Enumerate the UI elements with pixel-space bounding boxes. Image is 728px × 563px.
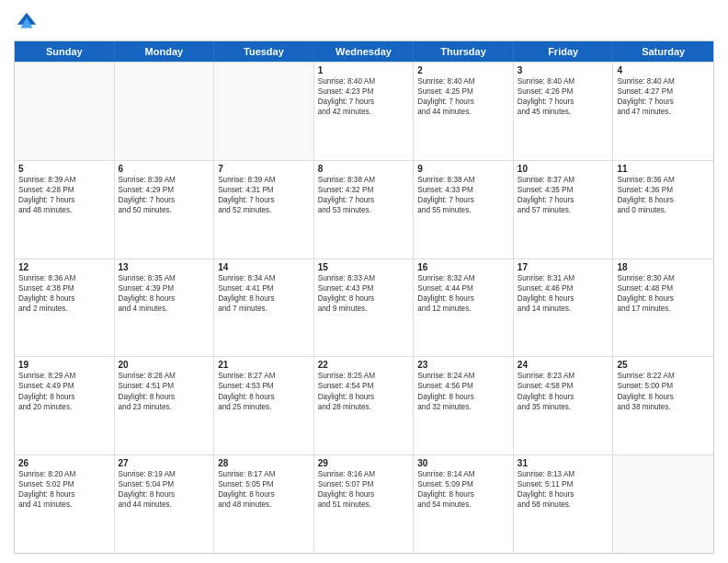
day-info: Sunrise: 8:20 AM Sunset: 5:02 PM Dayligh… [18, 469, 110, 510]
day-info: Sunrise: 8:28 AM Sunset: 4:51 PM Dayligh… [119, 371, 210, 411]
day-cell-3: 3Sunrise: 8:40 AM Sunset: 4:26 PM Daylig… [514, 63, 614, 160]
header [14, 9, 714, 35]
day-cell-5: 5Sunrise: 8:39 AM Sunset: 4:28 PM Daylig… [15, 161, 115, 259]
day-number: 30 [417, 458, 509, 468]
day-info: Sunrise: 8:14 AM Sunset: 5:09 PM Dayligh… [417, 469, 509, 510]
day-info: Sunrise: 8:39 AM Sunset: 4:29 PM Dayligh… [119, 175, 210, 215]
weekday-header-thursday: Thursday [414, 41, 514, 62]
calendar-header: SundayMondayTuesdayWednesdayThursdayFrid… [15, 41, 713, 62]
calendar-body: 1Sunrise: 8:40 AM Sunset: 4:23 PM Daylig… [15, 62, 713, 553]
day-number: 5 [18, 164, 110, 174]
day-number: 4 [617, 65, 710, 75]
day-cell-20: 20Sunrise: 8:28 AM Sunset: 4:51 PM Dayli… [115, 357, 215, 454]
day-number: 7 [218, 164, 310, 174]
day-info: Sunrise: 8:32 AM Sunset: 4:44 PM Dayligh… [417, 273, 509, 314]
day-number: 6 [119, 164, 210, 174]
calendar-row-4: 26Sunrise: 8:20 AM Sunset: 5:02 PM Dayli… [15, 454, 713, 553]
day-number: 9 [417, 164, 509, 174]
day-cell-10: 10Sunrise: 8:37 AM Sunset: 4:35 PM Dayli… [514, 161, 614, 259]
day-info: Sunrise: 8:38 AM Sunset: 4:33 PM Dayligh… [417, 175, 509, 215]
day-info: Sunrise: 8:23 AM Sunset: 4:58 PM Dayligh… [518, 371, 609, 411]
day-cell-13: 13Sunrise: 8:35 AM Sunset: 4:39 PM Dayli… [115, 259, 215, 357]
day-cell-17: 17Sunrise: 8:31 AM Sunset: 4:46 PM Dayli… [514, 259, 614, 357]
day-info: Sunrise: 8:13 AM Sunset: 5:11 PM Dayligh… [518, 469, 609, 510]
day-number: 20 [119, 360, 210, 370]
day-number: 25 [617, 360, 710, 370]
day-number: 31 [518, 458, 609, 468]
day-cell-18: 18Sunrise: 8:30 AM Sunset: 4:48 PM Dayli… [613, 259, 713, 357]
day-info: Sunrise: 8:40 AM Sunset: 4:23 PM Dayligh… [318, 76, 410, 117]
day-number: 13 [119, 262, 210, 272]
day-number: 28 [218, 458, 310, 468]
day-info: Sunrise: 8:38 AM Sunset: 4:32 PM Dayligh… [318, 175, 410, 215]
page: SundayMondayTuesdayWednesdayThursdayFrid… [0, 0, 728, 563]
logo [14, 9, 43, 35]
day-info: Sunrise: 8:25 AM Sunset: 4:54 PM Dayligh… [318, 371, 410, 411]
calendar-row-3: 19Sunrise: 8:29 AM Sunset: 4:49 PM Dayli… [15, 356, 713, 454]
day-number: 11 [617, 164, 710, 174]
day-cell-22: 22Sunrise: 8:25 AM Sunset: 4:54 PM Dayli… [314, 357, 415, 454]
day-cell-29: 29Sunrise: 8:16 AM Sunset: 5:07 PM Dayli… [314, 455, 415, 553]
day-number: 26 [18, 458, 110, 468]
day-cell-19: 19Sunrise: 8:29 AM Sunset: 4:49 PM Dayli… [15, 357, 115, 454]
day-info: Sunrise: 8:33 AM Sunset: 4:43 PM Dayligh… [318, 273, 410, 314]
day-info: Sunrise: 8:19 AM Sunset: 5:04 PM Dayligh… [119, 469, 210, 510]
day-number: 17 [518, 262, 609, 272]
day-cell-27: 27Sunrise: 8:19 AM Sunset: 5:04 PM Dayli… [115, 455, 215, 553]
day-cell-7: 7Sunrise: 8:39 AM Sunset: 4:31 PM Daylig… [214, 161, 314, 259]
day-cell-8: 8Sunrise: 8:38 AM Sunset: 4:32 PM Daylig… [314, 161, 415, 259]
day-number: 22 [318, 360, 410, 370]
day-info: Sunrise: 8:30 AM Sunset: 4:48 PM Dayligh… [617, 273, 710, 314]
day-number: 23 [417, 360, 509, 370]
day-cell-2: 2Sunrise: 8:40 AM Sunset: 4:25 PM Daylig… [414, 63, 514, 160]
calendar-row-1: 5Sunrise: 8:39 AM Sunset: 4:28 PM Daylig… [15, 160, 713, 259]
logo-icon [14, 9, 40, 35]
day-number: 19 [18, 360, 110, 370]
weekday-header-sunday: Sunday [15, 41, 115, 62]
day-number: 3 [518, 65, 609, 75]
day-cell-25: 25Sunrise: 8:22 AM Sunset: 5:00 PM Dayli… [613, 357, 713, 454]
day-cell-26: 26Sunrise: 8:20 AM Sunset: 5:02 PM Dayli… [15, 455, 115, 553]
calendar-row-0: 1Sunrise: 8:40 AM Sunset: 4:23 PM Daylig… [15, 62, 713, 160]
day-number: 15 [318, 262, 410, 272]
day-cell-6: 6Sunrise: 8:39 AM Sunset: 4:29 PM Daylig… [115, 161, 215, 259]
day-number: 18 [617, 262, 710, 272]
day-number: 12 [18, 262, 110, 272]
day-info: Sunrise: 8:16 AM Sunset: 5:07 PM Dayligh… [318, 469, 410, 510]
day-number: 2 [417, 65, 509, 75]
day-info: Sunrise: 8:39 AM Sunset: 4:28 PM Dayligh… [18, 175, 110, 215]
day-info: Sunrise: 8:34 AM Sunset: 4:41 PM Dayligh… [218, 273, 310, 314]
day-cell-15: 15Sunrise: 8:33 AM Sunset: 4:43 PM Dayli… [314, 259, 415, 357]
day-number: 16 [417, 262, 509, 272]
day-number: 27 [119, 458, 210, 468]
day-cell-14: 14Sunrise: 8:34 AM Sunset: 4:41 PM Dayli… [214, 259, 314, 357]
day-cell-9: 9Sunrise: 8:38 AM Sunset: 4:33 PM Daylig… [414, 161, 514, 259]
day-info: Sunrise: 8:40 AM Sunset: 4:25 PM Dayligh… [417, 76, 509, 117]
day-cell-11: 11Sunrise: 8:36 AM Sunset: 4:36 PM Dayli… [613, 161, 713, 259]
day-number: 24 [518, 360, 609, 370]
day-info: Sunrise: 8:39 AM Sunset: 4:31 PM Dayligh… [218, 175, 310, 215]
day-info: Sunrise: 8:36 AM Sunset: 4:38 PM Dayligh… [18, 273, 110, 314]
day-cell-31: 31Sunrise: 8:13 AM Sunset: 5:11 PM Dayli… [514, 455, 614, 553]
weekday-header-monday: Monday [115, 41, 215, 62]
day-cell-12: 12Sunrise: 8:36 AM Sunset: 4:38 PM Dayli… [15, 259, 115, 357]
day-info: Sunrise: 8:36 AM Sunset: 4:36 PM Dayligh… [617, 175, 710, 215]
day-info: Sunrise: 8:24 AM Sunset: 4:56 PM Dayligh… [417, 371, 509, 411]
day-number: 10 [518, 164, 609, 174]
day-number: 8 [318, 164, 410, 174]
calendar-row-2: 12Sunrise: 8:36 AM Sunset: 4:38 PM Dayli… [15, 259, 713, 357]
day-number: 14 [218, 262, 310, 272]
calendar: SundayMondayTuesdayWednesdayThursdayFrid… [14, 40, 714, 554]
day-cell-21: 21Sunrise: 8:27 AM Sunset: 4:53 PM Dayli… [214, 357, 314, 454]
empty-cell-4-6 [613, 455, 713, 553]
day-number: 1 [318, 65, 410, 75]
day-cell-4: 4Sunrise: 8:40 AM Sunset: 4:27 PM Daylig… [613, 63, 713, 160]
weekday-header-saturday: Saturday [613, 41, 713, 62]
day-number: 21 [218, 360, 310, 370]
weekday-header-friday: Friday [514, 41, 614, 62]
day-cell-16: 16Sunrise: 8:32 AM Sunset: 4:44 PM Dayli… [414, 259, 514, 357]
day-info: Sunrise: 8:40 AM Sunset: 4:27 PM Dayligh… [617, 76, 710, 117]
day-info: Sunrise: 8:22 AM Sunset: 5:00 PM Dayligh… [617, 371, 710, 411]
day-cell-28: 28Sunrise: 8:17 AM Sunset: 5:05 PM Dayli… [214, 455, 314, 553]
weekday-header-tuesday: Tuesday [214, 41, 314, 62]
